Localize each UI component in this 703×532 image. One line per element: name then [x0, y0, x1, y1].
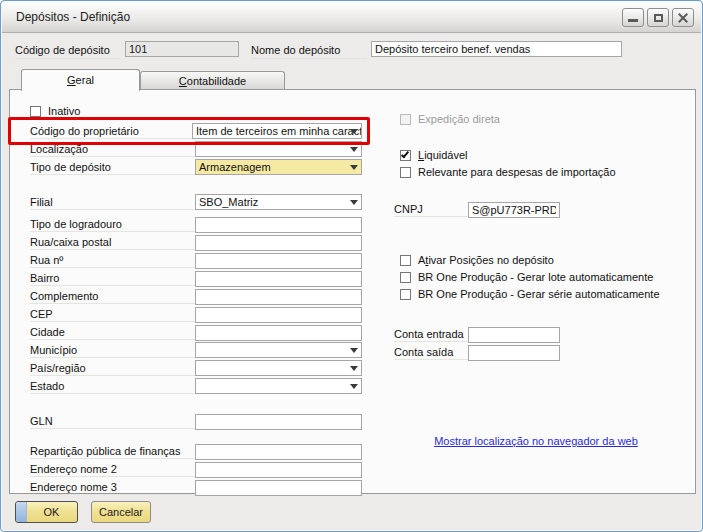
filial-dropdown[interactable]: SBO_Matriz	[195, 194, 362, 210]
chevron-down-icon	[350, 129, 358, 134]
estado-dropdown[interactable]	[195, 378, 362, 394]
municipio-label: Município	[30, 343, 195, 358]
conta-saida-input[interactable]	[468, 345, 560, 361]
chevron-down-icon	[350, 384, 358, 389]
maximize-icon	[654, 14, 663, 22]
endereco2-label: Endereço nome 2	[30, 462, 195, 477]
tab-geral[interactable]: Geral	[21, 69, 140, 91]
inativo-checkbox[interactable]	[30, 106, 41, 117]
liquidavel-checkbox[interactable]	[400, 150, 411, 161]
warehouse-name-label: Nome do depósito	[251, 44, 367, 59]
reparticao-label: Repartição pública de finanças	[30, 444, 195, 459]
rua-caixa-input[interactable]	[195, 235, 362, 251]
complemento-label: Complemento	[30, 289, 195, 304]
tipo-deposito-dropdown[interactable]: Armazenagem	[195, 159, 362, 175]
rua-no-label: Rua nº	[30, 253, 195, 268]
bairro-row: Bairro	[30, 270, 362, 286]
warehouse-code-input	[125, 41, 239, 57]
reparticao-input[interactable]	[195, 444, 362, 460]
endereco3-input[interactable]	[195, 480, 362, 496]
municipio-dropdown[interactable]	[195, 342, 362, 358]
tab-contabilidade[interactable]: Contabilidade	[140, 71, 285, 90]
tipo-logradouro-row: Tipo de logradouro	[30, 216, 362, 232]
owner-code-dropdown[interactable]: Item de terceiros em minha caracter	[192, 123, 362, 139]
endereco2-input[interactable]	[195, 462, 362, 478]
deposits-definition-window: Depósitos - Definição Código de depósito…	[0, 0, 703, 532]
tipo-deposito-row: Tipo de depósito Armazenagem	[30, 159, 362, 175]
chevron-down-icon	[350, 348, 358, 353]
chevron-down-icon	[350, 147, 358, 152]
inativo-label: Inativo	[48, 105, 80, 117]
cancel-button[interactable]: Cancelar	[91, 501, 151, 523]
tipo-logradouro-label: Tipo de logradouro	[30, 217, 195, 232]
br-one-lote-checkbox[interactable]	[400, 272, 411, 283]
maximize-button[interactable]	[647, 8, 669, 27]
br-one-serie-label: BR One Produção - Gerar série automatica…	[418, 288, 660, 300]
cep-input[interactable]	[195, 307, 362, 323]
cep-row: CEP	[30, 306, 362, 322]
localizacao-row: Localização	[30, 141, 362, 157]
bairro-label: Bairro	[30, 271, 195, 286]
gln-row: GLN	[30, 413, 362, 429]
cnpj-row: CNPJ	[394, 201, 686, 217]
titlebar[interactable]: Depósitos - Definição	[2, 2, 701, 33]
show-location-web-link[interactable]: Mostrar localização no navegador da web	[386, 435, 686, 447]
gln-input[interactable]	[195, 414, 362, 430]
relevante-checkbox[interactable]	[400, 167, 411, 178]
expedicao-direta-row: Expedição direta	[400, 112, 686, 126]
cnpj-label: CNPJ	[394, 202, 468, 217]
tipo-deposito-label: Tipo de depósito	[30, 160, 195, 175]
tipo-logradouro-input[interactable]	[195, 217, 362, 233]
conta-entrada-row: Conta entrada	[394, 326, 686, 342]
close-button[interactable]	[672, 8, 694, 27]
filial-row: Filial SBO_Matriz	[30, 194, 362, 210]
ativar-posicoes-checkbox[interactable]	[400, 255, 411, 266]
cep-label: CEP	[30, 307, 195, 322]
expedicao-direta-checkbox	[400, 114, 411, 125]
liquidavel-row: Liquidável	[400, 148, 686, 162]
ativar-posicoes-label: Ativar Posições no depósito	[418, 254, 554, 266]
cidade-input[interactable]	[195, 325, 362, 341]
pais-label: País/região	[30, 361, 195, 376]
conta-saida-row: Conta saída	[394, 344, 686, 360]
br-one-lote-row: BR One Produção - Gerar lote automaticam…	[400, 270, 686, 284]
relevante-label: Relevante para despesas de importação	[418, 166, 616, 178]
ativar-posicoes-row: Ativar Posições no depósito	[400, 253, 686, 267]
filial-label: Filial	[30, 195, 195, 210]
br-one-serie-row: BR One Produção - Gerar série automatica…	[400, 287, 686, 301]
minimize-button[interactable]	[622, 8, 644, 27]
liquidavel-label: Liquidável	[418, 149, 468, 161]
reparticao-row: Repartição pública de finanças	[30, 443, 362, 459]
estado-label: Estado	[30, 379, 195, 394]
gln-label: GLN	[30, 414, 195, 429]
localizacao-dropdown[interactable]	[195, 141, 362, 157]
warehouse-name-input[interactable]	[371, 41, 622, 57]
rua-no-input[interactable]	[195, 253, 362, 269]
chevron-down-icon	[350, 200, 358, 205]
conta-entrada-input[interactable]	[468, 327, 560, 343]
cnpj-input[interactable]	[468, 202, 560, 218]
endereco3-row: Endereço nome 3	[30, 479, 362, 495]
complemento-row: Complemento	[30, 288, 362, 304]
endereco2-row: Endereço nome 2	[30, 461, 362, 477]
window-title: Depósitos - Definição	[16, 10, 130, 24]
localizacao-label: Localização	[30, 142, 195, 157]
pais-dropdown[interactable]	[195, 360, 362, 376]
default-button-focus-bar	[16, 502, 27, 522]
br-one-lote-label: BR One Produção - Gerar lote automaticam…	[418, 271, 653, 283]
chevron-down-icon	[350, 165, 358, 170]
complemento-input[interactable]	[195, 289, 362, 305]
br-one-serie-checkbox[interactable]	[400, 289, 411, 300]
cidade-label: Cidade	[30, 325, 195, 340]
rua-caixa-label: Rua/caixa postal	[30, 235, 195, 250]
ok-button[interactable]: OK	[15, 501, 78, 523]
estado-row: Estado	[30, 378, 362, 394]
rua-no-row: Rua nº	[30, 252, 362, 268]
endereco3-label: Endereço nome 3	[30, 480, 195, 495]
cidade-row: Cidade	[30, 324, 362, 340]
relevante-row: Relevante para despesas de importação	[400, 165, 686, 179]
expedicao-direta-label: Expedição direta	[418, 113, 500, 125]
bairro-input[interactable]	[195, 271, 362, 287]
checkmark-icon	[401, 149, 409, 158]
chevron-down-icon	[350, 366, 358, 371]
